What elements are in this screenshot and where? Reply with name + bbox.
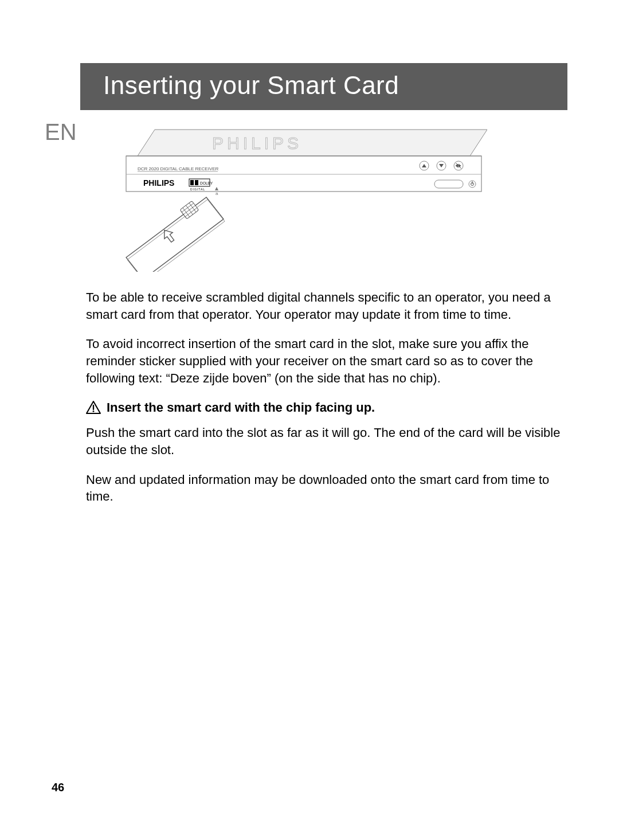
paragraph-3: Push the smart card into the slot as far… [86, 424, 562, 458]
paragraph-1: To be able to receive scrambled digital … [86, 289, 562, 323]
body-text: To be able to receive scrambled digital … [86, 289, 562, 505]
smart-card-drawing [126, 197, 225, 272]
svg-rect-2 [126, 156, 481, 192]
top-logo-text: PHILIPS [212, 134, 302, 153]
svg-rect-8 [195, 180, 198, 185]
page-title-bar: Inserting your Smart Card [80, 63, 567, 110]
manual-page: Inserting your Smart Card EN DCR 2020 DI… [0, 0, 619, 840]
dolby-sub-text: DIGITAL [190, 187, 205, 191]
svg-marker-0 [138, 130, 487, 156]
receiver-drawing: DCR 2020 DIGITAL CABLE RECEIVER PHILIPS … [120, 123, 487, 272]
warning-text: Insert the smart card with the chip faci… [107, 399, 375, 416]
svg-point-29 [93, 411, 95, 412]
page-number: 46 [52, 781, 64, 794]
warning-icon [86, 401, 101, 415]
language-tab: EN [45, 119, 77, 145]
svg-marker-19 [126, 197, 224, 272]
page-title: Inserting your Smart Card [103, 71, 399, 99]
device-illustration: DCR 2020 DIGITAL CABLE RECEIVER PHILIPS … [120, 123, 562, 272]
dolby-text: DOLBY [200, 181, 213, 185]
model-text: DCR 2020 DIGITAL CABLE RECEIVER [138, 166, 219, 171]
svg-rect-7 [190, 180, 194, 185]
brand-text: PHILIPS [143, 178, 174, 187]
svg-text:a: a [216, 191, 218, 196]
svg-rect-14 [434, 180, 463, 188]
warning-line: Insert the smart card with the chip faci… [86, 399, 562, 416]
paragraph-4: New and updated information may be downl… [86, 471, 562, 505]
front-buttons-group [420, 161, 463, 170]
paragraph-2: To avoid incorrect insertion of the smar… [86, 335, 562, 386]
